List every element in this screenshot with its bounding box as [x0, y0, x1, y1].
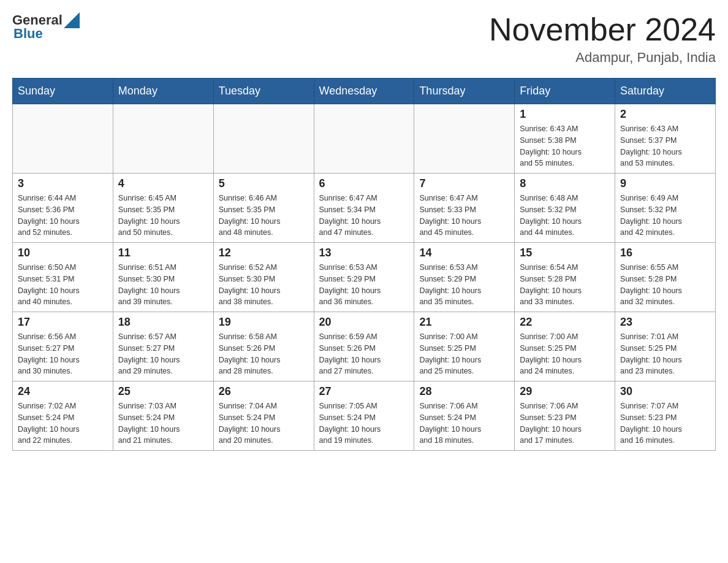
calendar-cell: 24Sunrise: 7:02 AM Sunset: 5:24 PM Dayli… [13, 381, 113, 451]
day-number: 17 [18, 316, 108, 329]
calendar-cell: 2Sunrise: 6:43 AM Sunset: 5:37 PM Daylig… [615, 104, 716, 174]
day-info: Sunrise: 6:45 AM Sunset: 5:35 PM Dayligh… [118, 193, 208, 239]
day-info: Sunrise: 6:58 AM Sunset: 5:26 PM Dayligh… [219, 331, 309, 377]
calendar-cell: 4Sunrise: 6:45 AM Sunset: 5:35 PM Daylig… [113, 174, 213, 243]
calendar-cell [213, 104, 314, 174]
calendar-cell: 17Sunrise: 6:56 AM Sunset: 5:27 PM Dayli… [13, 312, 113, 381]
day-number: 5 [219, 177, 309, 190]
calendar-cell: 10Sunrise: 6:50 AM Sunset: 5:31 PM Dayli… [13, 243, 113, 312]
week-row-4: 17Sunrise: 6:56 AM Sunset: 5:27 PM Dayli… [13, 312, 716, 381]
day-info: Sunrise: 6:54 AM Sunset: 5:28 PM Dayligh… [520, 262, 610, 308]
calendar-cell: 25Sunrise: 7:03 AM Sunset: 5:24 PM Dayli… [113, 381, 213, 451]
day-number: 8 [520, 177, 610, 190]
day-info: Sunrise: 6:53 AM Sunset: 5:29 PM Dayligh… [319, 262, 409, 308]
day-info: Sunrise: 6:43 AM Sunset: 5:38 PM Dayligh… [520, 123, 610, 169]
page-header: General Blue November 2024 Adampur, Punj… [12, 12, 716, 66]
calendar-cell: 21Sunrise: 7:00 AM Sunset: 5:25 PM Dayli… [414, 312, 515, 381]
day-info: Sunrise: 7:05 AM Sunset: 5:24 PM Dayligh… [319, 400, 409, 446]
day-number: 18 [118, 316, 208, 329]
day-number: 28 [419, 385, 509, 398]
day-number: 24 [18, 385, 108, 398]
calendar-cell: 30Sunrise: 7:07 AM Sunset: 5:23 PM Dayli… [615, 381, 716, 451]
calendar-cell [113, 104, 213, 174]
weekday-header-tuesday: Tuesday [213, 79, 314, 104]
day-info: Sunrise: 6:48 AM Sunset: 5:32 PM Dayligh… [520, 193, 610, 239]
day-info: Sunrise: 6:47 AM Sunset: 5:34 PM Dayligh… [319, 193, 409, 239]
calendar-table: SundayMondayTuesdayWednesdayThursdayFrid… [12, 78, 716, 451]
weekday-header-friday: Friday [515, 79, 615, 104]
calendar-cell: 9Sunrise: 6:49 AM Sunset: 5:32 PM Daylig… [615, 174, 716, 243]
day-info: Sunrise: 7:07 AM Sunset: 5:23 PM Dayligh… [620, 400, 710, 446]
calendar-cell: 13Sunrise: 6:53 AM Sunset: 5:29 PM Dayli… [314, 243, 414, 312]
svg-marker-0 [64, 12, 80, 28]
day-number: 11 [118, 247, 208, 259]
calendar-cell: 27Sunrise: 7:05 AM Sunset: 5:24 PM Dayli… [314, 381, 414, 451]
day-info: Sunrise: 7:00 AM Sunset: 5:25 PM Dayligh… [520, 331, 610, 377]
day-number: 14 [419, 247, 509, 259]
day-number: 3 [18, 177, 108, 190]
month-title: November 2024 [489, 12, 716, 47]
calendar-cell: 18Sunrise: 6:57 AM Sunset: 5:27 PM Dayli… [113, 312, 213, 381]
weekday-header-monday: Monday [113, 79, 213, 104]
calendar-cell: 12Sunrise: 6:52 AM Sunset: 5:30 PM Dayli… [213, 243, 314, 312]
day-number: 25 [118, 385, 208, 398]
day-number: 21 [419, 316, 509, 329]
day-info: Sunrise: 6:59 AM Sunset: 5:26 PM Dayligh… [319, 331, 409, 377]
day-number: 15 [520, 247, 610, 259]
day-info: Sunrise: 7:04 AM Sunset: 5:24 PM Dayligh… [219, 400, 309, 446]
logo-blue-text: Blue [13, 26, 43, 42]
day-info: Sunrise: 6:43 AM Sunset: 5:37 PM Dayligh… [620, 123, 710, 169]
day-info: Sunrise: 7:03 AM Sunset: 5:24 PM Dayligh… [118, 400, 208, 446]
day-info: Sunrise: 7:06 AM Sunset: 5:23 PM Dayligh… [520, 400, 610, 446]
day-info: Sunrise: 6:53 AM Sunset: 5:29 PM Dayligh… [419, 262, 509, 308]
day-number: 12 [219, 247, 309, 259]
day-info: Sunrise: 7:02 AM Sunset: 5:24 PM Dayligh… [18, 400, 108, 446]
calendar-cell [414, 104, 515, 174]
calendar-cell: 8Sunrise: 6:48 AM Sunset: 5:32 PM Daylig… [515, 174, 615, 243]
calendar-cell: 7Sunrise: 6:47 AM Sunset: 5:33 PM Daylig… [414, 174, 515, 243]
day-number: 20 [319, 316, 409, 329]
day-number: 22 [520, 316, 610, 329]
day-info: Sunrise: 6:52 AM Sunset: 5:30 PM Dayligh… [219, 262, 309, 308]
calendar-cell [314, 104, 414, 174]
day-number: 4 [118, 177, 208, 190]
day-number: 27 [319, 385, 409, 398]
day-info: Sunrise: 6:51 AM Sunset: 5:30 PM Dayligh… [118, 262, 208, 308]
calendar-cell: 22Sunrise: 7:00 AM Sunset: 5:25 PM Dayli… [515, 312, 615, 381]
day-info: Sunrise: 6:56 AM Sunset: 5:27 PM Dayligh… [18, 331, 108, 377]
logo-icon [64, 12, 80, 28]
day-number: 9 [620, 177, 710, 190]
day-number: 2 [620, 108, 710, 121]
day-number: 7 [419, 177, 509, 190]
week-row-5: 24Sunrise: 7:02 AM Sunset: 5:24 PM Dayli… [13, 381, 716, 451]
calendar-cell: 1Sunrise: 6:43 AM Sunset: 5:38 PM Daylig… [515, 104, 615, 174]
calendar-cell: 5Sunrise: 6:46 AM Sunset: 5:35 PM Daylig… [213, 174, 314, 243]
day-info: Sunrise: 6:44 AM Sunset: 5:36 PM Dayligh… [18, 193, 108, 239]
day-info: Sunrise: 7:06 AM Sunset: 5:24 PM Dayligh… [419, 400, 509, 446]
weekday-header-wednesday: Wednesday [314, 79, 414, 104]
week-row-3: 10Sunrise: 6:50 AM Sunset: 5:31 PM Dayli… [13, 243, 716, 312]
day-number: 13 [319, 247, 409, 259]
day-number: 30 [620, 385, 710, 398]
day-number: 1 [520, 108, 610, 121]
day-info: Sunrise: 6:49 AM Sunset: 5:32 PM Dayligh… [620, 193, 710, 239]
day-info: Sunrise: 6:46 AM Sunset: 5:35 PM Dayligh… [219, 193, 309, 239]
title-section: November 2024 Adampur, Punjab, India [489, 12, 716, 66]
day-number: 6 [319, 177, 409, 190]
day-number: 23 [620, 316, 710, 329]
calendar-cell: 6Sunrise: 6:47 AM Sunset: 5:34 PM Daylig… [314, 174, 414, 243]
day-number: 26 [219, 385, 309, 398]
week-row-2: 3Sunrise: 6:44 AM Sunset: 5:36 PM Daylig… [13, 174, 716, 243]
calendar-cell: 3Sunrise: 6:44 AM Sunset: 5:36 PM Daylig… [13, 174, 113, 243]
day-info: Sunrise: 7:01 AM Sunset: 5:25 PM Dayligh… [620, 331, 710, 377]
calendar-cell: 11Sunrise: 6:51 AM Sunset: 5:30 PM Dayli… [113, 243, 213, 312]
day-info: Sunrise: 6:57 AM Sunset: 5:27 PM Dayligh… [118, 331, 208, 377]
calendar-cell: 16Sunrise: 6:55 AM Sunset: 5:28 PM Dayli… [615, 243, 716, 312]
day-info: Sunrise: 6:55 AM Sunset: 5:28 PM Dayligh… [620, 262, 710, 308]
week-row-1: 1Sunrise: 6:43 AM Sunset: 5:38 PM Daylig… [13, 104, 716, 174]
day-info: Sunrise: 6:47 AM Sunset: 5:33 PM Dayligh… [419, 193, 509, 239]
day-number: 16 [620, 247, 710, 259]
day-info: Sunrise: 7:00 AM Sunset: 5:25 PM Dayligh… [419, 331, 509, 377]
weekday-header-thursday: Thursday [414, 79, 515, 104]
day-number: 19 [219, 316, 309, 329]
